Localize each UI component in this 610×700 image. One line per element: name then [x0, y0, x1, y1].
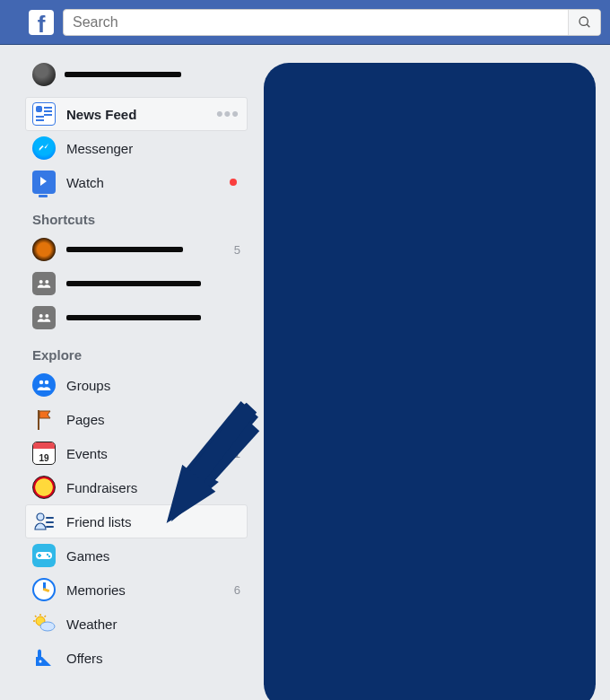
news-feed-icon	[32, 102, 56, 126]
left-sidebar: News Feed ••• Messenger Watch Shortcuts …	[25, 57, 248, 700]
avatar	[32, 63, 56, 86]
group-icon	[32, 306, 56, 329]
svg-point-23	[40, 622, 55, 631]
memories-clock-icon	[32, 578, 56, 601]
svg-point-16	[47, 554, 48, 556]
nav-label: Watch	[66, 175, 240, 190]
svg-point-2	[39, 280, 43, 284]
svg-point-24	[39, 661, 42, 663]
explore-weather[interactable]: Weather	[25, 607, 248, 641]
games-controller-icon	[32, 544, 56, 567]
offers-tag-icon	[32, 646, 56, 669]
events-calendar-icon: 19	[32, 442, 56, 465]
group-icon	[32, 272, 56, 295]
main-content-panel	[264, 63, 596, 700]
nav-label: Messenger	[66, 141, 240, 156]
svg-point-4	[39, 314, 43, 318]
shortcut-label-redacted	[66, 315, 214, 320]
messenger-icon	[32, 136, 56, 160]
svg-line-1	[587, 24, 589, 27]
explore-friend-lists[interactable]: Friend lists	[25, 504, 248, 538]
svg-point-6	[39, 381, 44, 385]
group-avatar-icon	[32, 238, 56, 261]
shortcut-label-redacted	[66, 281, 214, 286]
section-shortcuts: Shortcuts	[25, 199, 248, 232]
nav-label: Friend lists	[66, 514, 214, 529]
search-button[interactable]	[568, 10, 600, 35]
section-explore: Explore	[25, 335, 248, 368]
facebook-logo-icon[interactable]: f	[29, 10, 54, 35]
pages-flag-icon	[32, 407, 56, 431]
more-dots-icon[interactable]: •••	[216, 110, 240, 118]
search-box[interactable]	[63, 9, 601, 36]
explore-events[interactable]: 19 Events 1	[25, 436, 248, 470]
profile-link[interactable]	[25, 57, 248, 92]
shortcut-count: 5	[224, 243, 240, 257]
top-bar: f	[0, 0, 610, 45]
nav-label: Fundraisers	[66, 480, 214, 495]
nav-count: 6	[224, 583, 240, 597]
svg-point-9	[37, 513, 44, 521]
nav-label: Memories	[66, 582, 214, 598]
shortcut-item[interactable]	[25, 301, 248, 335]
svg-rect-15	[38, 555, 41, 556]
svg-line-21	[35, 616, 37, 617]
explore-games[interactable]: Games	[25, 538, 248, 573]
nav-watch[interactable]: Watch	[25, 165, 248, 199]
nav-label: Weather	[66, 617, 214, 632]
nav-label: Groups	[66, 378, 214, 393]
svg-point-0	[580, 17, 588, 25]
nav-news-feed[interactable]: News Feed •••	[25, 97, 248, 131]
svg-rect-12	[46, 526, 54, 528]
shortcut-item[interactable]	[25, 267, 248, 301]
explore-memories[interactable]: Memories 6	[25, 573, 248, 607]
nav-count: 1	[224, 447, 240, 460]
nav-label: Events	[66, 446, 214, 461]
nav-label: Pages	[66, 412, 214, 427]
explore-pages[interactable]: Pages 14	[25, 402, 248, 436]
shortcut-item[interactable]: 5	[25, 232, 248, 267]
search-icon	[578, 15, 592, 30]
weather-sun-cloud-icon	[32, 612, 56, 635]
nav-label: News Feed	[66, 107, 240, 122]
shortcut-label-redacted	[66, 247, 214, 252]
friend-lists-icon	[32, 510, 56, 533]
explore-offers[interactable]: Offers	[25, 641, 248, 675]
nav-count: 14	[224, 413, 240, 426]
svg-point-7	[45, 381, 49, 385]
svg-rect-10	[46, 517, 54, 519]
profile-name-redacted	[65, 72, 181, 77]
svg-point-3	[45, 280, 48, 284]
nav-messenger[interactable]: Messenger	[25, 131, 248, 165]
search-input[interactable]	[69, 14, 568, 31]
svg-rect-11	[46, 521, 54, 523]
svg-point-5	[45, 314, 48, 318]
nav-label: Games	[66, 548, 214, 564]
groups-icon	[32, 373, 56, 397]
notification-dot-icon	[230, 179, 237, 186]
nav-label: Offers	[66, 651, 214, 666]
explore-groups[interactable]: Groups	[25, 368, 248, 402]
svg-line-22	[45, 616, 47, 617]
fundraisers-coin-icon	[32, 476, 56, 499]
explore-fundraisers[interactable]: Fundraisers	[25, 470, 248, 504]
watch-icon	[32, 171, 56, 194]
svg-point-17	[48, 556, 50, 557]
